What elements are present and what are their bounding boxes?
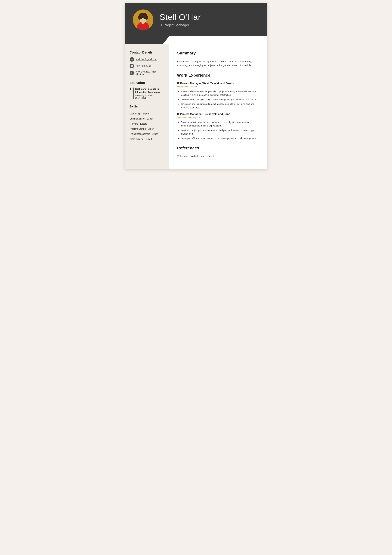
skill-item-6: Team Building - Expert xyxy=(130,137,164,141)
job-2-bullets: Coordinated with stakeholders to ensure … xyxy=(177,120,259,140)
references-section: References References available upon req… xyxy=(177,146,259,157)
edu-years: 2017 - 2021 xyxy=(135,97,164,99)
skill-item-3: Planning - Expert xyxy=(130,121,164,126)
job-1-title: IT Project Manager, West, Zemlak and Bau… xyxy=(177,82,259,85)
edu-dot xyxy=(130,88,131,90)
header: Stell O'Har IT Project Manager xyxy=(125,3,267,37)
education-item: Bachelor of Science in Information Techn… xyxy=(130,88,164,99)
chevron-left xyxy=(125,37,169,44)
job-2-title: IT Project Manager, Gusikowski and Sons xyxy=(177,113,259,116)
chevron-divider xyxy=(125,37,267,44)
education-section-title: Education xyxy=(130,81,164,85)
job-2-bullet-1: Coordinated with stakeholders to ensure … xyxy=(181,120,259,128)
references-text: References available upon request xyxy=(177,155,259,157)
work-experience-section: Work Experience IT Project Manager, West… xyxy=(177,73,259,140)
person-title: IT Project Manager xyxy=(160,23,259,27)
edu-details: Bachelor of Science in Information Techn… xyxy=(133,88,164,99)
summary-text: Experienced IT Project Manager with 10+ … xyxy=(177,60,259,67)
work-experience-title: Work Experience xyxy=(177,73,259,79)
avatar xyxy=(133,9,153,30)
contact-email-item: ✉ stello'har@gmail.com xyxy=(130,57,164,62)
email-icon: ✉ xyxy=(130,57,134,62)
job-2: IT Project Manager, Gusikowski and Sons … xyxy=(177,113,259,140)
summary-section: Summary Experienced IT Project Manager w… xyxy=(177,51,259,67)
summary-title: Summary xyxy=(177,51,259,57)
job-2-bullet-3: Developed efficient processes for projec… xyxy=(181,137,259,140)
sidebar: Contact Details ✉ stello'har@gmail.com ☎… xyxy=(125,44,169,169)
location-text: New Beatrice, 35680, Montana xyxy=(136,70,164,75)
skills-section-title: Skills xyxy=(130,105,164,108)
contact-phone-item: ☎ (001) 935 1460 xyxy=(130,64,164,68)
skill-item-5: Project Management - Expert xyxy=(130,131,164,137)
job-1-date: March 2023 - Present xyxy=(177,86,259,88)
location-icon: ⊙ xyxy=(130,71,134,75)
skill-item-1: Leadership - Expert xyxy=(130,111,164,116)
job-1: IT Project Manager, West, Zemlak and Bau… xyxy=(177,82,259,110)
resume-container: Stell O'Har IT Project Manager Contact D… xyxy=(125,3,267,169)
phone-text: (001) 935 1460 xyxy=(136,65,151,67)
education-section: Education Bachelor of Science in Informa… xyxy=(130,81,164,99)
header-text: Stell O'Har IT Project Manager xyxy=(160,12,259,27)
contact-location-item: ⊙ New Beatrice, 35680, Montana xyxy=(130,70,164,75)
contact-section-title: Contact Details xyxy=(130,51,164,54)
edu-school: University of Phoenix xyxy=(135,94,164,97)
job-1-bullet-3: Developed and implemented project manage… xyxy=(181,102,259,110)
references-title: References xyxy=(177,146,259,152)
skill-item-2: Communication - Expert xyxy=(130,116,164,121)
avatar-wrapper xyxy=(133,9,153,30)
svg-point-9 xyxy=(144,18,145,19)
svg-point-8 xyxy=(141,18,142,19)
contact-section: Contact Details ✉ stello'har@gmail.com ☎… xyxy=(130,51,164,75)
chevron-right xyxy=(169,37,267,44)
job-1-bullets: Successfully managed a large-scale IT pr… xyxy=(177,90,259,110)
svg-point-10 xyxy=(143,19,143,20)
job-1-bullet-1: Successfully managed a large-scale IT pr… xyxy=(181,90,259,97)
email-link[interactable]: stello'har@gmail.com xyxy=(136,58,157,61)
job-2-bullet-2: Monitored project performance metrics an… xyxy=(181,129,259,136)
body: Contact Details ✉ stello'har@gmail.com ☎… xyxy=(125,44,267,169)
main-content: Summary Experienced IT Project Manager w… xyxy=(169,44,267,169)
job-1-bullet-2: Oversee the full life cycle of IT projec… xyxy=(181,98,259,101)
job-2-date: May 2021 - February 2023 xyxy=(177,116,259,119)
edu-degree: Bachelor of Science in Information Techn… xyxy=(135,88,164,94)
phone-icon: ☎ xyxy=(130,64,134,68)
skills-section: Skills Leadership - Expert Communication… xyxy=(130,105,164,141)
skill-item-4: Problem Solving - Expert xyxy=(130,126,164,131)
person-name: Stell O'Har xyxy=(160,12,259,22)
svg-point-7 xyxy=(140,13,146,16)
